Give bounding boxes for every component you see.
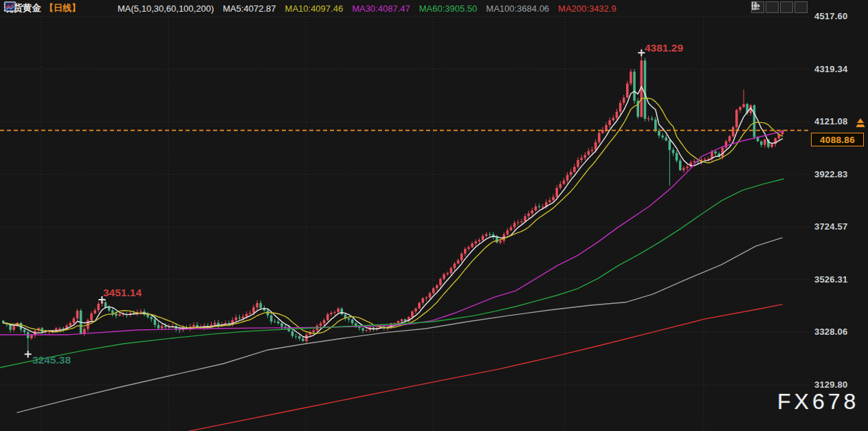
axis-tick-label: 4121.08 (814, 116, 847, 126)
ma-value-label: MA200:3432.9 (558, 3, 616, 14)
axis-tick-label: 3526.31 (814, 274, 847, 285)
add-indicator-icon[interactable] (86, 3, 96, 13)
candlestick-chart[interactable]: 4381.293451.143245.38 (0, 0, 868, 431)
axis-play-chart-icon[interactable] (780, 1, 793, 13)
axis-tick-label: 3724.57 (814, 221, 847, 232)
ma-value-label: MA60:3905.50 (419, 3, 478, 14)
price-extreme-annotation: 3245.38 (32, 354, 71, 366)
ma-overlay-label: MA(5,10,30,60,100,200) (118, 3, 214, 14)
ma-value-label: MA10:4097.46 (285, 3, 344, 14)
trading-chart-app: 4381.293451.143245.38 现货黄金 【日线】 MA(5,10,… (0, 0, 868, 431)
exit-frame-icon[interactable] (794, 1, 808, 13)
axis-tick-label: 4319.34 (814, 64, 847, 74)
ma-indicator-icon[interactable] (102, 3, 114, 14)
axis-tick-label: 3129.80 (814, 379, 847, 390)
ma-values-group: MA5:4072.87MA10:4097.46MA30:4087.47MA60:… (214, 3, 616, 14)
price-axis[interactable]: 4517.604319.344121.083922.833724.573526.… (810, 0, 868, 431)
price-extreme-annotation: 3451.14 (103, 287, 142, 298)
axis-tick-label: 4517.60 (814, 11, 847, 21)
axis-left-chart-icon[interactable] (766, 1, 779, 13)
price-extreme-annotation: 4381.29 (645, 42, 683, 54)
chart-header: 现货黄金 【日线】 MA(5,10,30,60,100,200) MA5:407… (4, 1, 616, 15)
ma-value-label: MA5:4072.87 (223, 3, 276, 14)
axis-tick-label: 3922.83 (814, 169, 847, 179)
axis-tick-label: 3328.06 (814, 327, 847, 337)
ma-value-label: MA30:4087.47 (352, 3, 410, 14)
chart-toolbar (751, 1, 808, 13)
timeframe-label[interactable]: 【日线】 (45, 2, 80, 14)
ma-value-label: MA100:3684.06 (486, 3, 549, 14)
price-up-arrow-icon (854, 118, 867, 129)
last-price-box: 4088.86 (811, 133, 864, 146)
